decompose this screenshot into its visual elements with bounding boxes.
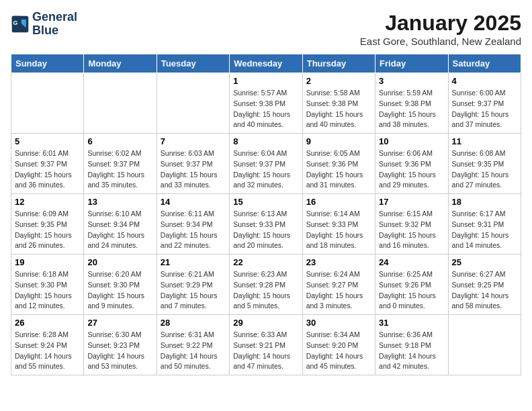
day-number: 7 xyxy=(161,136,226,146)
header-tuesday: Tuesday xyxy=(157,54,229,73)
day-info: Sunrise: 6:25 AMSunset: 9:26 PMDaylight:… xyxy=(379,269,444,312)
svg-text:G: G xyxy=(13,19,18,26)
week-row-4: 19Sunrise: 6:18 AMSunset: 9:30 PMDayligh… xyxy=(11,255,521,315)
day-number: 23 xyxy=(306,257,371,267)
day-number: 6 xyxy=(87,136,152,146)
day-cell: 21Sunrise: 6:21 AMSunset: 9:29 PMDayligh… xyxy=(157,255,229,315)
day-cell: 30Sunrise: 6:34 AMSunset: 9:20 PMDayligh… xyxy=(302,315,375,375)
day-number: 22 xyxy=(233,257,298,267)
day-cell: 5Sunrise: 6:01 AMSunset: 9:37 PMDaylight… xyxy=(11,134,84,194)
day-info: Sunrise: 5:57 AMSunset: 9:38 PMDaylight:… xyxy=(233,88,298,130)
day-info: Sunrise: 6:18 AMSunset: 9:30 PMDaylight:… xyxy=(15,269,80,312)
day-info: Sunrise: 6:15 AMSunset: 9:32 PMDaylight:… xyxy=(379,209,444,251)
day-info: Sunrise: 5:58 AMSunset: 9:38 PMDaylight:… xyxy=(306,88,371,130)
header-saturday: Saturday xyxy=(448,54,521,73)
week-row-1: 1Sunrise: 5:57 AMSunset: 9:38 PMDaylight… xyxy=(11,73,521,134)
day-number: 14 xyxy=(161,197,226,207)
day-number: 25 xyxy=(452,257,517,267)
day-info: Sunrise: 6:24 AMSunset: 9:27 PMDaylight:… xyxy=(306,269,371,312)
day-number: 3 xyxy=(379,76,444,86)
day-cell: 27Sunrise: 6:30 AMSunset: 9:23 PMDayligh… xyxy=(84,315,157,375)
location: East Gore, Southland, New Zealand xyxy=(360,36,521,47)
day-number: 24 xyxy=(379,257,444,267)
title-block: January 2025 East Gore, Southland, New Z… xyxy=(360,11,521,47)
day-cell: 3Sunrise: 5:59 AMSunset: 9:38 PMDaylight… xyxy=(375,73,448,134)
day-info: Sunrise: 6:04 AMSunset: 9:37 PMDaylight:… xyxy=(233,148,298,191)
day-number: 21 xyxy=(161,257,226,267)
day-number: 18 xyxy=(452,197,517,207)
day-cell: 8Sunrise: 6:04 AMSunset: 9:37 PMDaylight… xyxy=(230,134,302,194)
header-wednesday: Wednesday xyxy=(230,54,302,73)
day-cell: 26Sunrise: 6:28 AMSunset: 9:24 PMDayligh… xyxy=(11,315,84,375)
day-number: 4 xyxy=(452,76,517,86)
day-number: 20 xyxy=(87,257,152,267)
day-cell: 1Sunrise: 5:57 AMSunset: 9:38 PMDaylight… xyxy=(230,73,302,134)
day-info: Sunrise: 6:33 AMSunset: 9:21 PMDaylight:… xyxy=(233,330,298,372)
page-header: G General Blue January 2025 East Gore, S… xyxy=(11,11,521,47)
header-monday: Monday xyxy=(84,54,157,73)
day-cell: 17Sunrise: 6:15 AMSunset: 9:32 PMDayligh… xyxy=(375,194,448,255)
header-row: SundayMondayTuesdayWednesdayThursdayFrid… xyxy=(11,54,521,73)
day-cell: 2Sunrise: 5:58 AMSunset: 9:38 PMDaylight… xyxy=(302,73,375,134)
day-number: 17 xyxy=(379,197,444,207)
day-number: 5 xyxy=(15,136,80,146)
day-cell: 24Sunrise: 6:25 AMSunset: 9:26 PMDayligh… xyxy=(375,255,448,315)
day-number: 28 xyxy=(161,318,226,328)
day-cell: 16Sunrise: 6:14 AMSunset: 9:33 PMDayligh… xyxy=(302,194,375,255)
day-info: Sunrise: 6:14 AMSunset: 9:33 PMDaylight:… xyxy=(306,209,371,251)
day-cell: 28Sunrise: 6:31 AMSunset: 9:22 PMDayligh… xyxy=(157,315,229,375)
header-friday: Friday xyxy=(375,54,448,73)
day-info: Sunrise: 6:03 AMSunset: 9:37 PMDaylight:… xyxy=(161,148,226,191)
logo-icon: G xyxy=(11,15,30,34)
day-cell: 11Sunrise: 6:08 AMSunset: 9:35 PMDayligh… xyxy=(448,134,521,194)
day-info: Sunrise: 6:06 AMSunset: 9:36 PMDaylight:… xyxy=(379,148,444,191)
day-cell xyxy=(84,73,157,134)
day-cell: 4Sunrise: 6:00 AMSunset: 9:37 PMDaylight… xyxy=(448,73,521,134)
day-cell: 10Sunrise: 6:06 AMSunset: 9:36 PMDayligh… xyxy=(375,134,448,194)
day-cell: 14Sunrise: 6:11 AMSunset: 9:34 PMDayligh… xyxy=(157,194,229,255)
day-info: Sunrise: 6:31 AMSunset: 9:22 PMDaylight:… xyxy=(161,330,226,372)
day-info: Sunrise: 6:27 AMSunset: 9:25 PMDaylight:… xyxy=(452,269,517,312)
day-number: 31 xyxy=(379,318,444,328)
day-number: 16 xyxy=(306,197,371,207)
day-info: Sunrise: 6:05 AMSunset: 9:36 PMDaylight:… xyxy=(306,148,371,191)
day-info: Sunrise: 6:17 AMSunset: 9:31 PMDaylight:… xyxy=(452,209,517,251)
day-cell: 31Sunrise: 6:36 AMSunset: 9:18 PMDayligh… xyxy=(375,315,448,375)
week-row-5: 26Sunrise: 6:28 AMSunset: 9:24 PMDayligh… xyxy=(11,315,521,375)
day-info: Sunrise: 6:11 AMSunset: 9:34 PMDaylight:… xyxy=(161,209,226,251)
day-cell: 20Sunrise: 6:20 AMSunset: 9:30 PMDayligh… xyxy=(84,255,157,315)
header-sunday: Sunday xyxy=(11,54,84,73)
day-info: Sunrise: 5:59 AMSunset: 9:38 PMDaylight:… xyxy=(379,88,444,130)
day-cell: 25Sunrise: 6:27 AMSunset: 9:25 PMDayligh… xyxy=(448,255,521,315)
day-info: Sunrise: 6:10 AMSunset: 9:34 PMDaylight:… xyxy=(87,209,152,251)
header-thursday: Thursday xyxy=(302,54,375,73)
day-number: 11 xyxy=(452,136,517,146)
day-info: Sunrise: 6:09 AMSunset: 9:35 PMDaylight:… xyxy=(15,209,80,251)
day-info: Sunrise: 6:21 AMSunset: 9:29 PMDaylight:… xyxy=(161,269,226,312)
logo: G General Blue xyxy=(11,11,77,38)
month-title: January 2025 xyxy=(360,11,521,36)
day-number: 12 xyxy=(15,197,80,207)
day-number: 10 xyxy=(379,136,444,146)
day-info: Sunrise: 6:02 AMSunset: 9:37 PMDaylight:… xyxy=(87,148,152,191)
day-cell: 6Sunrise: 6:02 AMSunset: 9:37 PMDaylight… xyxy=(84,134,157,194)
day-cell: 22Sunrise: 6:23 AMSunset: 9:28 PMDayligh… xyxy=(230,255,302,315)
day-info: Sunrise: 6:08 AMSunset: 9:35 PMDaylight:… xyxy=(452,148,517,191)
day-cell: 23Sunrise: 6:24 AMSunset: 9:27 PMDayligh… xyxy=(302,255,375,315)
day-cell xyxy=(157,73,229,134)
day-info: Sunrise: 6:36 AMSunset: 9:18 PMDaylight:… xyxy=(379,330,444,372)
day-number: 27 xyxy=(87,318,152,328)
day-cell: 29Sunrise: 6:33 AMSunset: 9:21 PMDayligh… xyxy=(230,315,302,375)
day-info: Sunrise: 6:28 AMSunset: 9:24 PMDaylight:… xyxy=(15,330,80,372)
day-info: Sunrise: 6:13 AMSunset: 9:33 PMDaylight:… xyxy=(233,209,298,251)
day-info: Sunrise: 6:23 AMSunset: 9:28 PMDaylight:… xyxy=(233,269,298,312)
day-info: Sunrise: 6:00 AMSunset: 9:37 PMDaylight:… xyxy=(452,88,517,130)
day-cell xyxy=(448,315,521,375)
day-cell: 12Sunrise: 6:09 AMSunset: 9:35 PMDayligh… xyxy=(11,194,84,255)
day-cell: 18Sunrise: 6:17 AMSunset: 9:31 PMDayligh… xyxy=(448,194,521,255)
day-info: Sunrise: 6:20 AMSunset: 9:30 PMDaylight:… xyxy=(87,269,152,312)
day-cell xyxy=(11,73,84,134)
logo-line2: Blue xyxy=(32,24,77,38)
day-cell: 7Sunrise: 6:03 AMSunset: 9:37 PMDaylight… xyxy=(157,134,229,194)
logo-line1: General xyxy=(32,11,77,24)
